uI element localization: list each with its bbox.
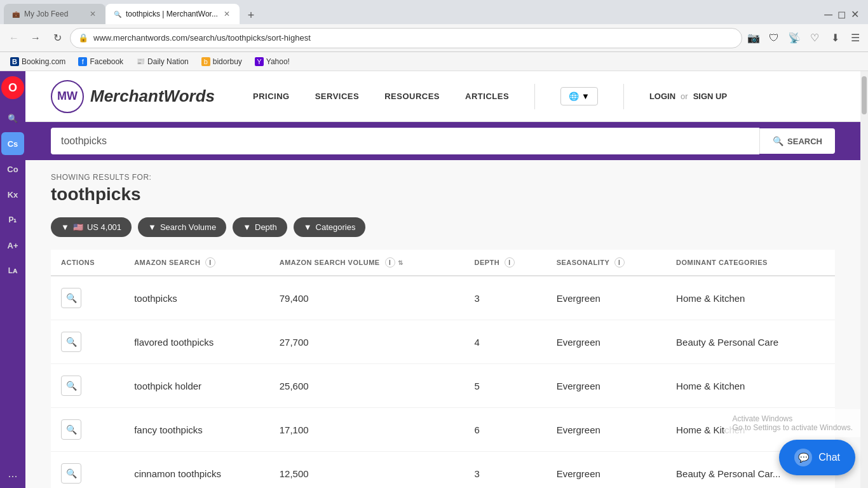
filter-market[interactable]: ▼ 🇺🇸 US 4,001 bbox=[51, 217, 132, 237]
camera-icon[interactable]: 📷 bbox=[746, 30, 761, 46]
tab-title-2: toothpicks | MerchantWor... bbox=[126, 10, 218, 18]
heart-icon[interactable]: ♡ bbox=[807, 30, 822, 46]
filter-categories[interactable]: ▼ Categories bbox=[294, 217, 366, 237]
col-seasonality: SEASONALITY i bbox=[546, 250, 666, 276]
bookmark-favicon-daily-nation: 📰 bbox=[136, 57, 145, 66]
search-input[interactable] bbox=[51, 128, 759, 154]
sidebar-more-icon[interactable]: ··· bbox=[8, 470, 17, 483]
main-content: MW MerchantWords PRICING SERVICES RESOUR… bbox=[25, 71, 860, 488]
row-search-btn-4[interactable]: 🔍 bbox=[61, 419, 81, 440]
sort-icon-volume[interactable]: ⇅ bbox=[398, 259, 403, 266]
nav-pricing[interactable]: PRICING bbox=[253, 92, 290, 101]
bookmark-bidorbuy[interactable]: b bidorbuy bbox=[196, 56, 247, 67]
back-button[interactable]: ← bbox=[5, 29, 23, 47]
chat-button[interactable]: 💬 Chat bbox=[779, 440, 855, 475]
lang-icon: 🌐 bbox=[569, 92, 579, 101]
bookmark-daily-nation[interactable]: 📰 Daily Nation bbox=[131, 56, 194, 67]
address-bar[interactable]: 🔒 www.merchantwords.com/search/us/toothp… bbox=[70, 28, 742, 48]
cell-action-1: 🔍 bbox=[51, 276, 124, 320]
sidebar-cs-tab[interactable]: Cs bbox=[1, 132, 24, 155]
bookmark-booking[interactable]: B Booking.com bbox=[5, 56, 71, 67]
filter-chevron-market: ▼ bbox=[61, 222, 69, 232]
sidebar-p1-tab[interactable]: P₁ bbox=[1, 208, 24, 231]
col-dominant-categories: DOMINANT CATEGORIES bbox=[666, 250, 835, 276]
row-search-btn-5[interactable]: 🔍 bbox=[61, 463, 81, 484]
nav-resources[interactable]: RESOURCES bbox=[384, 92, 440, 101]
mw-logo[interactable]: MW MerchantWords bbox=[51, 80, 215, 113]
cell-depth-1: 3 bbox=[464, 276, 546, 320]
sidebar-co-tab[interactable]: Co bbox=[1, 158, 24, 180]
sidebar-search-icon[interactable]: 🔍 bbox=[1, 107, 24, 130]
cell-category-1: Home & Kitchen bbox=[666, 276, 835, 320]
language-selector[interactable]: 🌐 ▼ bbox=[560, 87, 598, 105]
tab-favicon-2: 🔍 bbox=[113, 10, 122, 18]
mw-logo-text: MW bbox=[57, 90, 78, 103]
nav-articles[interactable]: ARTICLES bbox=[465, 92, 509, 101]
info-seasonality[interactable]: i bbox=[614, 257, 625, 268]
cell-depth-4: 6 bbox=[464, 408, 546, 452]
bookmark-facebook[interactable]: f Facebook bbox=[73, 56, 128, 67]
opera-logo[interactable]: O bbox=[1, 76, 24, 99]
sidebar-la-tab[interactable]: Lᴀ bbox=[1, 259, 24, 282]
nav-services[interactable]: SERVICES bbox=[315, 92, 360, 101]
cell-keyword-2: flavored toothpicks bbox=[124, 320, 269, 364]
table-row: 🔍 fancy toothpicks 17,100 6 Evergreen Ho… bbox=[51, 408, 835, 452]
row-search-btn-3[interactable]: 🔍 bbox=[61, 376, 81, 396]
chat-label: Chat bbox=[818, 452, 840, 463]
mw-search-bar: 🔍 SEARCH bbox=[25, 122, 860, 160]
cell-seasonality-5: Evergreen bbox=[546, 452, 666, 489]
download-icon[interactable]: ⬇ bbox=[827, 30, 843, 46]
tab-merchantwords[interactable]: 🔍 toothpicks | MerchantWor... ✕ bbox=[105, 4, 240, 24]
row-search-btn-1[interactable]: 🔍 bbox=[61, 288, 81, 308]
login-button[interactable]: LOGIN bbox=[649, 92, 675, 101]
shield-icon[interactable]: 🛡 bbox=[766, 30, 782, 46]
lang-chevron: ▼ bbox=[581, 92, 590, 101]
cell-category-2: Beauty & Personal Care bbox=[666, 320, 835, 364]
filter-search-volume-label: Search Volume bbox=[160, 222, 216, 232]
tab-favicon-1: 💼 bbox=[11, 10, 20, 18]
filter-depth-label: Depth bbox=[255, 222, 277, 232]
cell-seasonality-2: Evergreen bbox=[546, 320, 666, 364]
filter-depth[interactable]: ▼ Depth bbox=[233, 217, 287, 237]
tab-close-2[interactable]: ✕ bbox=[222, 9, 232, 19]
search-icon: 🔍 bbox=[773, 136, 783, 146]
forward-button[interactable]: → bbox=[27, 29, 44, 47]
info-amazon-search[interactable]: i bbox=[205, 257, 215, 268]
mw-header: MW MerchantWords PRICING SERVICES RESOUR… bbox=[25, 71, 860, 122]
signup-button[interactable]: SIGN UP bbox=[693, 92, 727, 101]
cast-icon[interactable]: 📡 bbox=[787, 30, 802, 46]
filter-market-label: US 4,001 bbox=[87, 222, 121, 232]
nav-divider-2 bbox=[623, 84, 624, 109]
info-depth[interactable]: i bbox=[505, 257, 515, 268]
row-search-btn-2[interactable]: 🔍 bbox=[61, 332, 81, 352]
sidebar-kx-tab[interactable]: Kx bbox=[1, 183, 24, 206]
mw-auth: LOGIN or SIGN UP bbox=[649, 92, 727, 101]
bookmark-yahoo[interactable]: Y Yahoo! bbox=[250, 56, 295, 67]
menu-icon[interactable]: ☰ bbox=[848, 30, 863, 46]
bookmark-favicon-facebook: f bbox=[78, 57, 87, 66]
tab-close-1[interactable]: ✕ bbox=[88, 9, 98, 19]
scrollbar-thumb[interactable] bbox=[862, 76, 867, 114]
window-close[interactable]: ✕ bbox=[851, 8, 859, 22]
tab-my-job-feed[interactable]: 💼 My Job Feed ✕ bbox=[4, 4, 105, 24]
bookmark-label-bidorbuy: bidorbuy bbox=[213, 57, 242, 66]
refresh-button[interactable]: ↻ bbox=[48, 29, 66, 47]
cell-keyword-4: fancy toothpicks bbox=[124, 408, 269, 452]
bookmark-label-booking: Booking.com bbox=[22, 57, 65, 66]
scrollbar[interactable] bbox=[860, 71, 868, 488]
security-lock-icon: 🔒 bbox=[78, 33, 88, 43]
sidebar-aplus-tab[interactable]: A+ bbox=[1, 234, 24, 257]
col-amazon-search: AMAZON SEARCH i bbox=[124, 250, 269, 276]
search-button[interactable]: 🔍 SEARCH bbox=[759, 128, 835, 154]
col-depth: DEPTH i bbox=[464, 250, 546, 276]
window-maximize[interactable]: ◻ bbox=[837, 8, 846, 22]
bookmark-favicon-booking: B bbox=[10, 57, 19, 66]
cell-depth-5: 3 bbox=[464, 452, 546, 489]
table-row: 🔍 cinnamon toothpicks 12,500 3 Evergreen… bbox=[51, 452, 835, 489]
filter-search-volume[interactable]: ▼ Search Volume bbox=[138, 217, 226, 237]
cell-action-3: 🔍 bbox=[51, 364, 124, 408]
cell-keyword-3: toothpick holder bbox=[124, 364, 269, 408]
info-search-volume[interactable]: i bbox=[385, 257, 395, 268]
window-minimize[interactable]: ─ bbox=[824, 8, 832, 22]
new-tab-button[interactable]: + bbox=[242, 6, 260, 24]
